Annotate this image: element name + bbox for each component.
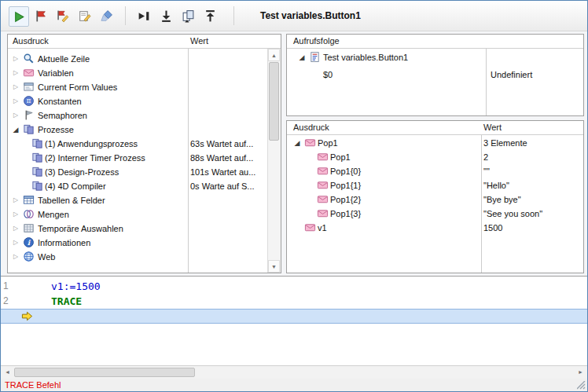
tree-item-prozesse[interactable]: ◢ Prozesse	[8, 123, 281, 137]
pi-icon	[23, 95, 35, 107]
line-number: 1	[3, 280, 9, 291]
collapse-arrow-icon[interactable]: ▷	[12, 83, 20, 90]
scrollbar-thumb[interactable]	[14, 368, 195, 377]
clear-button[interactable]	[97, 6, 116, 25]
tree-item-label: Temporäre Auswahlen	[38, 224, 123, 233]
watch-row-pop1-size[interactable]: Pop1 2	[287, 150, 583, 164]
resize-grip-icon[interactable]	[577, 381, 586, 390]
debugger-window: Test variables.Button1 Ausdruck Wert ▷ A…	[0, 0, 588, 392]
watch-row-pop1-2[interactable]: Pop1{2} "Bye bye"	[287, 192, 583, 207]
tree-item-mengen[interactable]: ▷ Mengen	[8, 207, 281, 222]
variable-icon	[317, 193, 329, 205]
code-editor[interactable]: 1 v1:=1500 2 TRACE	[1, 276, 587, 365]
watch-panel: Ausdruck Wert ◢ Pop1 3 Elemente Pop1 2 P…	[286, 120, 584, 273]
tree-item-semaphoren[interactable]: ▷ Semaphoren	[8, 108, 281, 123]
step-into-icon	[160, 9, 173, 23]
code-text: v1:=1500	[51, 280, 101, 292]
expand-arrow-icon[interactable]: ◢	[298, 53, 306, 61]
collapse-arrow-icon[interactable]: ▷	[12, 196, 20, 203]
tree-item-4d-compiler[interactable]: (4) 4D Compiler 0s Warte auf S...	[8, 179, 281, 193]
tree-item-label: Informationen	[38, 238, 90, 247]
collapse-arrow-icon[interactable]: ▷	[12, 211, 20, 218]
abort-flag-icon	[34, 9, 47, 23]
collapse-arrow-icon[interactable]: ▷	[12, 112, 20, 119]
watch-value: 3 Elemente	[483, 138, 527, 148]
toolbar-separator	[125, 6, 126, 25]
scroll-up-button[interactable]: ▲	[268, 49, 280, 61]
value-column-header: Wert	[483, 123, 502, 132]
watch-list: ◢ Pop1 3 Elemente Pop1 2 Pop1{0} "" Pop1…	[287, 135, 583, 273]
tree-item-label: (2) Interner Timer Prozess	[45, 153, 145, 163]
collapse-arrow-icon[interactable]: ▷	[12, 97, 20, 104]
watch-row-pop1-3[interactable]: Pop1{3} "See you soon"	[287, 207, 583, 221]
scrollbar-thumb[interactable]	[269, 62, 279, 141]
process-icon	[23, 123, 35, 135]
tree-item-anwendungsprozess[interactable]: (1) Anwendungsprozess 63s Wartet auf...	[8, 137, 281, 151]
edit-pencil-icon	[78, 9, 91, 23]
expression-column-header: Ausdruck	[293, 123, 329, 132]
tree-item-web[interactable]: ▷ Web	[8, 250, 281, 264]
tree-item-label: (3) Design-Prozess	[45, 167, 119, 177]
watch-row-pop1-0[interactable]: Pop1{0} ""	[287, 164, 583, 178]
vertical-scrollbar[interactable]: ▲ ▼	[267, 49, 281, 273]
code-line-1[interactable]: 1 v1:=1500	[1, 279, 587, 294]
tree-item-informationen[interactable]: ▷ Informationen	[8, 236, 281, 250]
variable-icon	[317, 207, 329, 219]
magnifier-icon	[23, 53, 35, 64]
tree-item-variablen[interactable]: ▷ Variablen	[8, 66, 281, 80]
scroll-left-button[interactable]: ◄	[1, 366, 14, 379]
tree-item-tabellen-felder[interactable]: ▷ Tabellen & Felder	[8, 193, 281, 207]
edit-method-button[interactable]	[75, 6, 94, 25]
abort-button[interactable]	[31, 6, 50, 25]
tree-item-temporaere-auswahlen[interactable]: ▷ Temporäre Auswahlen	[8, 222, 281, 236]
step-into-process-button[interactable]	[178, 6, 197, 25]
step-out-button[interactable]	[200, 6, 219, 25]
no-trace-button[interactable]	[9, 6, 29, 27]
scroll-down-button[interactable]: ▼	[268, 260, 280, 273]
expand-arrow-icon[interactable]: ◢	[293, 139, 301, 147]
tree-item-design-prozess[interactable]: (3) Design-Prozess 101s Wartet au...	[8, 165, 281, 179]
variable-icon	[304, 137, 316, 148]
tree-item-interner-timer-prozess[interactable]: (2) Interner Timer Prozess 88s Wartet au…	[8, 151, 281, 165]
watch-row-pop1-1[interactable]: Pop1{1} "Hello"	[287, 178, 583, 192]
expand-arrow-icon[interactable]: ◢	[12, 126, 20, 134]
step-into-button[interactable]	[156, 6, 175, 25]
tree-item-current-form-values[interactable]: ▷ Current Form Values	[8, 80, 281, 94]
code-line-2[interactable]: 2 TRACE	[1, 294, 587, 309]
toolbar-separator	[233, 6, 234, 25]
method-icon	[309, 51, 321, 63]
process-icon	[31, 166, 43, 178]
scroll-right-button[interactable]: ►	[574, 366, 587, 379]
watch-value: ""	[483, 167, 490, 176]
tree-item-konstanten[interactable]: ▷ Konstanten	[8, 94, 281, 108]
collapse-arrow-icon[interactable]: ▷	[12, 55, 20, 62]
status-bar: TRACE Befehl	[1, 379, 587, 391]
tree-item-label: Current Form Values	[38, 82, 117, 92]
collapse-arrow-icon[interactable]: ▷	[12, 239, 20, 246]
form-icon	[23, 81, 35, 93]
code-text: TRACE	[51, 295, 82, 307]
collapse-arrow-icon[interactable]: ▷	[12, 225, 20, 232]
tree-item-label: Aktuelle Zeile	[38, 54, 90, 64]
execution-line[interactable]	[1, 309, 587, 324]
abort-and-edit-button[interactable]	[53, 6, 72, 25]
variable-icon	[317, 179, 329, 191]
tree-item-label: (4) 4D Compiler	[45, 181, 106, 191]
tree-item-aktuelle-zeile[interactable]: ▷ Aktuelle Zeile	[8, 52, 281, 66]
watch-row-pop1[interactable]: ◢ Pop1 3 Elemente	[287, 136, 583, 150]
eraser-icon	[100, 9, 113, 23]
collapse-arrow-icon[interactable]: ▷	[12, 253, 20, 260]
semaphore-icon	[23, 109, 35, 121]
tree-item-value: 101s Wartet au...	[190, 167, 255, 177]
step-over-button[interactable]	[134, 6, 153, 25]
watch-row-v1[interactable]: v1 1500	[287, 221, 583, 235]
horizontal-scrollbar[interactable]: ◄ ►	[1, 365, 587, 379]
call-chain-row-method[interactable]: ◢ Test variables.Button1	[287, 50, 583, 68]
call-chain-value: Undefiniert	[491, 70, 532, 79]
process-icon	[31, 180, 43, 192]
call-chain-row-result[interactable]: $0 Undefiniert	[287, 68, 583, 85]
collapse-arrow-icon[interactable]: ▷	[12, 69, 20, 76]
call-chain-header: Aufrufsfolge	[287, 35, 583, 49]
process-icon	[31, 137, 43, 149]
tree-item-label: Web	[38, 252, 55, 262]
